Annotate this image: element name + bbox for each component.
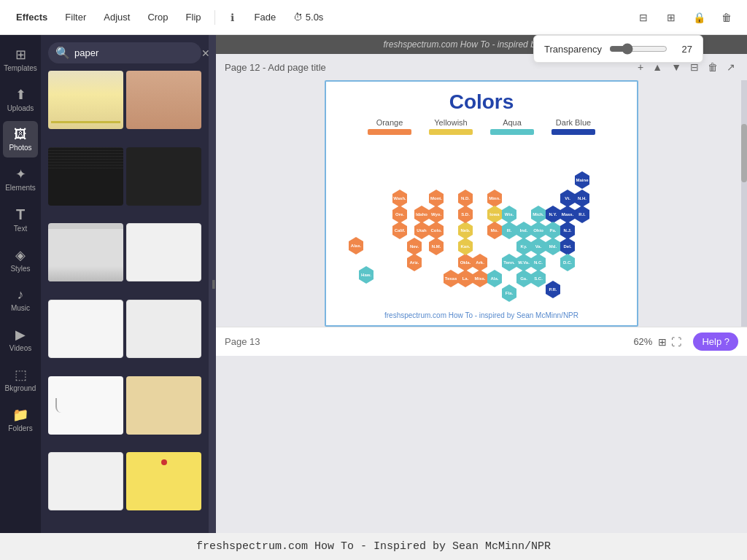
svg-text:Mo.: Mo.	[491, 228, 499, 233]
effects-button[interactable]: Effects	[9, 9, 55, 26]
delete-button[interactable]: 🗑	[715, 6, 738, 29]
sidebar-item-templates[interactable]: ⊞ Templates	[3, 41, 38, 78]
transparency-slider[interactable]	[609, 43, 667, 55]
fade-button[interactable]: Fade	[247, 9, 284, 26]
search-input[interactable]	[74, 47, 197, 58]
copy-style-button[interactable]: ⊟	[632, 6, 655, 29]
dark-blue-bar	[551, 129, 595, 135]
svg-text:Vt.: Vt.	[565, 196, 570, 201]
svg-text:Haw.: Haw.	[361, 273, 371, 277]
canvas-frame: ↻ Colors Orange Yellowish Aqua	[325, 80, 638, 327]
sidebar-item-styles[interactable]: ◈ Styles	[3, 241, 38, 279]
photo-thumb-2[interactable]	[126, 71, 201, 129]
uploads-icon: ⬆	[15, 87, 26, 103]
photo-thumb-3[interactable]	[48, 147, 123, 206]
svg-text:Ore.: Ore.	[395, 212, 404, 217]
search-clear-button[interactable]: ✕	[201, 47, 209, 59]
svg-text:N.M.: N.M.	[432, 244, 441, 249]
svg-text:Ala.: Ala.	[490, 276, 498, 281]
info-button[interactable]: ℹ	[221, 6, 244, 29]
svg-text:Iowa: Iowa	[489, 212, 500, 217]
photo-thumb-5[interactable]	[48, 223, 123, 281]
main-content: ⊞ Templates ⬆ Uploads 🖼 Photos ✦ Element…	[0, 35, 747, 533]
folders-icon: 📁	[12, 407, 28, 423]
svg-text:Pa.: Pa.	[549, 228, 556, 233]
svg-text:Minn.: Minn.	[489, 196, 500, 201]
photo-thumb-11[interactable]	[48, 452, 123, 510]
transparency-label: Transparency	[544, 44, 602, 55]
lock-button[interactable]: 🔒	[687, 6, 711, 29]
svg-text:Utah: Utah	[417, 228, 427, 233]
svg-text:Alas.: Alas.	[351, 244, 362, 248]
music-icon: ♪	[18, 287, 24, 303]
svg-text:Neb.: Neb.	[460, 228, 470, 233]
svg-text:N.D.: N.D.	[461, 196, 470, 201]
delete-page-button[interactable]: 🗑	[705, 60, 721, 74]
svg-text:N.J.: N.J.	[563, 228, 571, 233]
svg-text:S.C.: S.C.	[534, 276, 543, 281]
help-button[interactable]: Help ?	[693, 332, 738, 351]
svg-text:Texas: Texas	[445, 276, 457, 281]
legend-dark-blue: Dark Blue	[551, 118, 595, 135]
legend-aqua: Aqua	[490, 118, 534, 135]
svg-text:Fla.: Fla.	[506, 291, 514, 295]
photo-thumb-6[interactable]	[126, 223, 201, 281]
aqua-bar	[490, 129, 534, 135]
photo-thumb-12[interactable]	[126, 452, 201, 510]
photo-thumb-7[interactable]	[48, 300, 123, 358]
fit-page-button[interactable]: ⊞	[658, 336, 667, 348]
templates-icon: ⊞	[15, 47, 26, 63]
sidebar-item-photos[interactable]: 🖼 Photos	[3, 121, 38, 158]
sidebar-item-videos[interactable]: ▶ Videos	[3, 321, 38, 358]
svg-text:Nev.: Nev.	[410, 244, 419, 249]
filter-button[interactable]: Filter	[58, 9, 93, 26]
page-13-label: Page 13	[225, 336, 260, 347]
text-icon: T	[16, 206, 25, 223]
svg-text:W.Va.: W.Va.	[518, 260, 530, 265]
resize-handle[interactable]: ▐	[209, 35, 216, 533]
photo-thumb-4[interactable]	[126, 147, 201, 206]
sidebar-item-elements[interactable]: ✦ Elements	[3, 160, 38, 198]
scrollbar[interactable]	[741, 80, 747, 327]
svg-text:La.: La.	[462, 276, 469, 281]
photo-thumb-10[interactable]	[126, 376, 201, 435]
photo-thumb-8[interactable]	[126, 300, 201, 358]
sidebar-item-folders[interactable]: 📁 Folders	[3, 401, 38, 438]
svg-text:Ga.: Ga.	[520, 276, 527, 281]
transparency-popup: Transparency 27	[533, 35, 703, 63]
svg-text:Mont.: Mont.	[430, 196, 442, 201]
photo-thumb-1[interactable]	[48, 71, 123, 129]
duration-button[interactable]: ⏱ 5.0s	[286, 9, 330, 26]
photos-icon: 🖼	[14, 127, 27, 142]
zoom-value: 62%	[633, 336, 652, 347]
grid-button[interactable]: ⊞	[659, 6, 683, 29]
svg-text:Okla.: Okla.	[460, 260, 471, 265]
svg-text:Ky.: Ky.	[521, 244, 527, 249]
sidebar: ⊞ Templates ⬆ Uploads 🖼 Photos ✦ Element…	[0, 35, 41, 533]
fullscreen-button[interactable]: ⛶	[671, 336, 681, 348]
svg-text:D.C.: D.C.	[563, 260, 572, 265]
flip-button[interactable]: Flip	[179, 9, 209, 26]
share-page-button[interactable]: ↗	[724, 60, 738, 74]
watermark: freshspectrum.com How To - Inspired by S…	[0, 533, 747, 560]
photos-grid	[48, 71, 201, 526]
yellowish-bar	[429, 129, 473, 135]
sidebar-item-uploads[interactable]: ⬆ Uploads	[3, 81, 38, 118]
photo-thumb-9[interactable]	[48, 376, 123, 435]
divider	[214, 10, 215, 25]
sidebar-item-text[interactable]: T Text	[3, 201, 38, 238]
svg-text:N.C.: N.C.	[534, 260, 543, 265]
background-icon: ⬚	[15, 367, 27, 383]
hex-map: .hex-orange { fill: #f0874a; } .hex-yell…	[326, 139, 637, 308]
sidebar-item-music[interactable]: ♪ Music	[3, 281, 38, 318]
us-hex-map: .hex-orange { fill: #f0874a; } .hex-yell…	[336, 144, 627, 304]
adjust-button[interactable]: Adjust	[96, 9, 137, 26]
toolbar-right: ⊟ ⊞ 🔒 🗑	[632, 6, 738, 29]
scrollbar-thumb[interactable]	[741, 124, 747, 182]
sidebar-item-background[interactable]: ⬚ Bkground	[3, 361, 38, 398]
svg-text:Ohio: Ohio	[533, 228, 543, 233]
crop-button[interactable]: Crop	[140, 9, 175, 26]
search-bar: 🔍 ✕ ⊞	[48, 42, 201, 63]
svg-text:R.I.: R.I.	[578, 212, 586, 217]
videos-icon: ▶	[15, 327, 26, 343]
